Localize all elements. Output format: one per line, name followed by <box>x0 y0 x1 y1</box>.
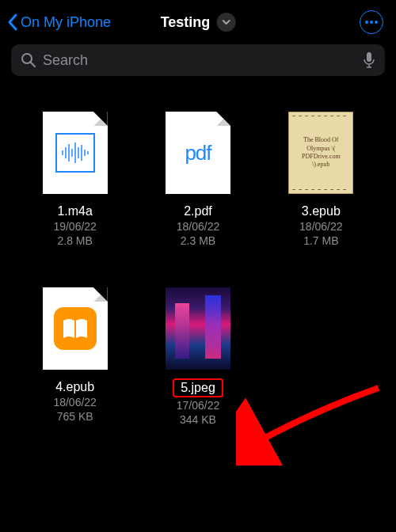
search-placeholder: Search <box>43 52 356 69</box>
pdf-icon: pdf <box>185 141 211 165</box>
file-thumbnail-audio <box>37 109 113 196</box>
ellipsis-icon <box>364 20 379 25</box>
file-date: 17/06/22 <box>177 399 220 412</box>
search-icon <box>21 52 36 68</box>
file-item[interactable]: 1.m4a 19/06/22 2.8 MB <box>17 109 132 247</box>
file-name: 2.pdf <box>184 204 212 218</box>
file-thumbnail-epub-cover: The Blood Of Olympus \( PDFDrive.com \).… <box>283 109 359 196</box>
file-item[interactable]: pdf 2.pdf 18/06/22 2.3 MB <box>140 109 255 247</box>
svg-line-4 <box>31 63 35 66</box>
file-thumbnail-pdf: pdf <box>160 109 236 196</box>
book-cover-icon: The Blood Of Olympus \( PDFDrive.com \).… <box>288 112 353 194</box>
file-size: 765 KB <box>57 410 93 423</box>
svg-rect-5 <box>367 52 371 62</box>
file-date: 18/06/22 <box>53 396 97 408</box>
chevron-down-icon[interactable] <box>216 13 235 32</box>
file-size: 2.8 MB <box>57 234 92 247</box>
file-name: 1.m4a <box>57 204 92 218</box>
navigation-bar: On My iPhone Testing <box>0 0 396 41</box>
file-item[interactable]: The Blood Of Olympus \( PDFDrive.com \).… <box>264 109 379 247</box>
file-size: 2.3 MB <box>181 234 215 247</box>
image-thumbnail <box>166 287 230 370</box>
svg-point-1 <box>370 21 373 24</box>
file-size: 1.7 MB <box>303 234 338 247</box>
file-date: 18/06/22 <box>299 220 343 233</box>
chevron-left-icon <box>6 13 19 32</box>
ibooks-icon <box>54 307 97 350</box>
file-grid: 1.m4a 19/06/22 2.8 MB pdf 2.pdf 18/06/22… <box>0 84 396 426</box>
file-item[interactable]: 4.epub 18/06/22 765 KB <box>17 285 132 426</box>
file-date: 18/06/22 <box>177 220 220 233</box>
file-name: 5.jpeg <box>173 378 223 397</box>
back-label: On My iPhone <box>21 14 111 31</box>
microphone-icon[interactable] <box>363 51 375 69</box>
svg-point-3 <box>22 54 32 63</box>
file-thumbnail-ibooks <box>37 285 113 372</box>
folder-title: Testing <box>161 14 211 31</box>
file-name: 3.epub <box>302 204 341 218</box>
more-button[interactable] <box>360 10 383 34</box>
search-container: Search <box>0 41 396 84</box>
file-date: 19/06/22 <box>53 220 97 233</box>
file-size: 344 KB <box>180 413 216 426</box>
folder-title-group[interactable]: Testing <box>161 13 236 32</box>
waveform-icon <box>55 133 95 173</box>
file-item[interactable]: 5.jpeg 17/06/22 344 KB <box>140 285 255 426</box>
file-name: 4.epub <box>55 380 94 394</box>
search-input[interactable]: Search <box>11 44 385 76</box>
file-thumbnail-jpeg <box>160 285 236 372</box>
svg-point-0 <box>365 21 368 24</box>
svg-point-2 <box>375 21 378 24</box>
back-button[interactable]: On My iPhone <box>6 13 111 32</box>
